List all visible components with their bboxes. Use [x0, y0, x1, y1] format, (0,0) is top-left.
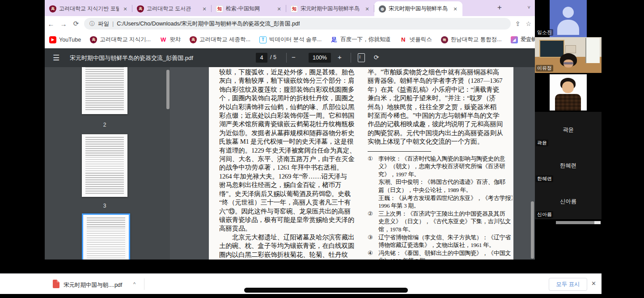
pdf-left-column: 较鼓，下腹弧收，近足处外侈，圈足甚矮。胎色灰白，青釉较厚，釉下镶嵌纹饰分三个部分…	[219, 68, 364, 260]
pdf-text-line: 缗”。史天泽病后又赐以葡萄酒及药饵⑫。史载	[219, 190, 364, 198]
pdf-text-line: 实物上体现了中朝文化交流的一个方面。	[368, 137, 513, 146]
tab-close-icon[interactable]: ✕	[122, 5, 129, 13]
browser-tab[interactable]: 知 宋元时期中国与朝鲜半岛 ✕	[286, 1, 374, 16]
download-caret-icon[interactable]: ^	[133, 281, 136, 287]
bookmark-item[interactable]: ▶ YouTube	[49, 36, 81, 43]
footnote-text: 究》，1997 年。	[378, 170, 513, 179]
footnote-marker	[368, 241, 378, 249]
footnote-line: ④ 冯先铭：《泰国、朝鲜出土的中国陶瓷》，《中国文	[368, 249, 513, 257]
bookmark-item[interactable]: ⾜ 百度一下，你就知道	[330, 36, 391, 43]
bookmark-label: 爱壹帆-分享欢乐	[521, 36, 535, 43]
browser-tab[interactable]: 高 고려대학교 지식기반 포털 ✕	[45, 1, 132, 16]
zoom-in-button[interactable]: +	[338, 53, 342, 61]
bookmark-favicon-icon: ◢	[511, 36, 518, 43]
tab-favicon-icon: 知	[291, 5, 298, 13]
bookmark-label: 百度一下，你就知道	[340, 36, 391, 43]
browser-tab[interactable]: ◍ 宋元时期中国与朝鲜半岛 ✕	[374, 1, 462, 16]
participant-tile[interactable]: 곽윤 곽윤	[535, 112, 602, 148]
page-total: / 5	[270, 54, 276, 60]
download-shelf: 宋元时期中国与朝....pdf ^ 모두 표시 ✕	[0, 273, 602, 294]
thumbnail-scrollbar[interactable]	[166, 70, 169, 109]
bookmark-label: YouTube	[59, 37, 81, 43]
bookmark-favicon-icon: 翰	[441, 36, 448, 43]
forward-icon[interactable]: →	[57, 20, 70, 28]
tab-favicon-icon: 知	[216, 5, 223, 13]
bookmark-item[interactable]: 高 고려대학교 지식기...	[90, 36, 151, 43]
back-icon[interactable]: ←	[45, 20, 57, 28]
bookmark-item[interactable]: ◢ 爱壹帆-分享欢乐	[511, 36, 535, 43]
thumbnail-page-2[interactable]	[82, 67, 127, 114]
rotate-icon[interactable]: ⟲	[374, 54, 379, 61]
tab-title: 宋元时期中国与朝鲜半岛	[389, 5, 449, 13]
tab-close-icon[interactable]: ✕	[275, 5, 283, 13]
tab-title: 宋元时期中国与朝鲜半岛	[301, 5, 361, 13]
footnote-text: 篇（日文），中央公论社，1989 年。	[378, 186, 513, 194]
address-prefix: 파일	[98, 20, 109, 28]
footnote-line: 馆，1978 年。	[368, 226, 513, 234]
shelf-divider	[144, 278, 144, 290]
participant-tile[interactable]: 임소진	[535, 0, 602, 37]
participant-name-label: 곽윤	[536, 140, 548, 146]
thumbnail-page-3[interactable]	[82, 134, 127, 197]
page-number-input[interactable]: 4	[256, 53, 267, 63]
tab-strip-chevron-icon[interactable]: ˅	[528, 4, 530, 10]
zoom-out-button[interactable]: −	[292, 53, 296, 61]
browser-window: 高 고려대학교 지식기반 포털 ✕ 高 고려대학교 도서관 ✕ 知 检索-中国知…	[45, 0, 535, 260]
footnote-line: 东潮、田中俊明：《韩国古代的遗迹》百济、伽耶	[368, 178, 513, 186]
tab-title: 고려대학교 지식기반 포털	[59, 5, 119, 13]
zoom-level[interactable]: 100%	[309, 53, 331, 63]
taskbar-pill	[244, 288, 408, 293]
footnote-text: 1996 年第 3 期。	[378, 202, 513, 210]
footnote-line: 1996 年第 3 期。	[368, 202, 513, 210]
pdf-text-line: 丽青器⑭。朝鲜半岛的学者李齐贤（1287—1367	[368, 77, 513, 85]
footnote-text: 三上次男：《百济武宁王陵出土的中国瓷器及其历	[378, 210, 513, 218]
tab-close-icon[interactable]: ✕	[364, 5, 371, 13]
bookmark-item[interactable]: W 왓챠	[160, 36, 181, 43]
participant-tile[interactable]	[535, 73, 602, 112]
pdf-text-line: 兼白米，北冈船子望来时。”并注：“耽罗（济	[368, 94, 513, 102]
footnote-divider	[368, 151, 431, 152]
tab-close-icon[interactable]: ✕	[201, 5, 208, 13]
address-bar[interactable]: ⓘ 파일 | C:/Users/Cho/Downloads/宋元时期中国与朝鲜半…	[84, 18, 511, 30]
bookmark-label: 고려대학교 지식기...	[100, 36, 151, 43]
pdf-text-line: 半。”市舶贩卖物货之细色中就有高丽铜器和高	[368, 68, 513, 77]
bookmark-star-icon[interactable]: ☆	[525, 20, 531, 27]
participant-display-name: 신아름	[535, 198, 602, 205]
browser-tab[interactable]: 知 检索-中国知网 ✕	[212, 1, 286, 16]
bookmark-item[interactable]: N 넷플릭스	[400, 36, 432, 43]
footnote-line: 篇（日文），中央公论社，1989 年。	[368, 186, 513, 194]
show-all-downloads-button[interactable]: 모두 표시	[549, 278, 587, 291]
participant-tile[interactable]: 이유정	[535, 37, 602, 73]
footnote-marker	[368, 257, 378, 260]
footnote-line: 究》，1997 年。	[368, 170, 513, 179]
participant-tile[interactable]: 한혜련 한혜련	[535, 148, 602, 183]
bookmark-item[interactable]: T 빅데이터 분석 솔루...	[259, 36, 322, 43]
tab-favicon-icon: 高	[137, 5, 144, 13]
menu-icon[interactable]: ☰	[53, 53, 59, 63]
footnote-marker: ②	[368, 210, 378, 218]
pdf-text-line: 有道理的。1229 年史天泽被窝阔台任命为真定、	[219, 146, 364, 155]
bookmark-favicon-icon: W	[160, 36, 167, 43]
address-divider: |	[112, 21, 114, 27]
participant-name-label: 한혜련	[536, 175, 553, 182]
share-icon[interactable]: ⇪	[515, 20, 521, 27]
thumbnail-page-4-selected[interactable]	[82, 213, 130, 260]
pdf-text-line: 为近似⑪。发掘者从墓葬规模和随葬器物分析史	[219, 129, 364, 137]
page-info-icon[interactable]: ⓘ	[89, 20, 95, 28]
footnote-line: ① 李钟玫：《百济时代输入陶瓷的影响与陶瓷史的意	[368, 155, 513, 163]
downloaded-filename[interactable]: 宋元时期中国与朝....pdf	[64, 281, 122, 289]
browser-tab[interactable]: 高 고려대학교 도서관 ✕	[132, 1, 212, 16]
pdf-text-line: 镶嵌青瓷珍品，极有可能是皇帝赏赐给史天泽的	[219, 216, 364, 224]
footnote-marker	[368, 186, 378, 194]
reload-icon[interactable]: ⟳	[70, 20, 82, 28]
footnote-marker: ①	[368, 155, 378, 163]
tab-close-icon[interactable]: ✕	[452, 5, 459, 13]
bookmark-item[interactable]: 翰 한남대학교 통합정...	[441, 36, 502, 43]
fit-to-page-icon[interactable]	[358, 53, 365, 62]
shelf-close-icon[interactable]: ✕	[591, 280, 596, 287]
new-tab-button[interactable]: +	[497, 3, 502, 12]
footnote-line: ② 三上次男：《百济武宁王陵出土的中国瓷器及其历	[368, 210, 513, 218]
participant-tile[interactable]: 신아름 신아름	[535, 183, 602, 219]
bookmark-item[interactable]: 高 고려대학교 세종학...	[190, 36, 250, 43]
pdf-scrollbar[interactable]	[531, 201, 534, 259]
